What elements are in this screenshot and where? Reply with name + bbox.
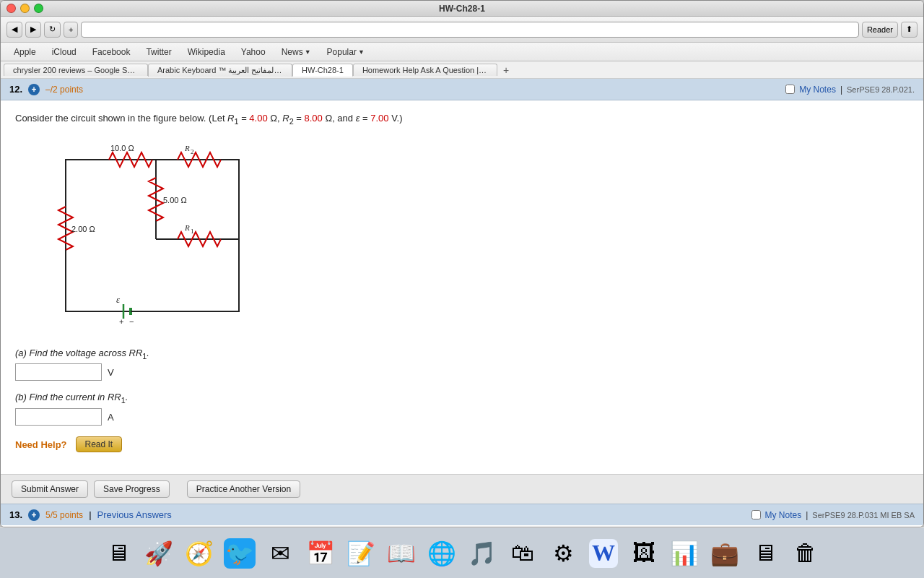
dock-mail[interactable]: ✉ bbox=[261, 535, 299, 572]
main-content: 12. + –/2 points My Notes | SerPSE9 28.P… bbox=[1, 79, 923, 527]
notes-separator: | bbox=[840, 85, 842, 95]
nav-yahoo[interactable]: Yahoo bbox=[234, 46, 273, 59]
window-title: HW-Ch28-1 bbox=[439, 4, 485, 14]
browser-toolbar: ◀ ▶ ↻ + www.webassign.net/web/Student/As… bbox=[1, 17, 923, 43]
dock-excel[interactable]: 📊 bbox=[666, 535, 703, 572]
q13-points: 5/5 points bbox=[45, 510, 83, 520]
submit-answer-button[interactable]: Submit Answer bbox=[12, 480, 88, 498]
read-it-button[interactable]: Read It bbox=[76, 436, 123, 452]
nav-apple[interactable]: Apple bbox=[6, 46, 43, 59]
q13-separator: | bbox=[89, 509, 91, 520]
url-bar[interactable]: www.webassign.net/web/Student/Assignment… bbox=[81, 22, 858, 38]
part-a-unit: V bbox=[108, 367, 114, 378]
svg-text:R: R bbox=[184, 223, 190, 232]
svg-text:5.00 Ω: 5.00 Ω bbox=[163, 196, 187, 204]
dock-trash[interactable]: 🗑 bbox=[787, 535, 824, 572]
dock-safari[interactable]: 🧭 bbox=[180, 535, 218, 572]
minimize-button[interactable] bbox=[20, 4, 30, 13]
forward-button[interactable]: ▶ bbox=[25, 22, 41, 38]
dock-finder[interactable]: 🖥 bbox=[100, 535, 137, 572]
tab-google[interactable]: chrysler 200 reviews – Google Search bbox=[4, 64, 148, 76]
news-dropdown-arrow: ▼ bbox=[305, 48, 311, 56]
dock-calendar[interactable]: 📅 bbox=[302, 535, 339, 572]
save-progress-button[interactable]: Save Progress bbox=[94, 480, 170, 498]
problem-statement: Consider the circuit shown in the figure… bbox=[15, 111, 909, 127]
nav-news[interactable]: News ▼ bbox=[274, 46, 318, 59]
my-notes-checkbox[interactable] bbox=[785, 85, 795, 94]
q13-number: 13. bbox=[9, 509, 22, 520]
dock-twitter[interactable]: 🐦 bbox=[221, 535, 258, 572]
part-b-input[interactable] bbox=[15, 408, 102, 426]
circuit-diagram: 10.0 Ω 5.00 Ω 2.00 Ω R 2 bbox=[44, 138, 275, 340]
q13-plus-icon: + bbox=[28, 509, 40, 521]
practice-another-button[interactable]: Practice Another Version bbox=[187, 480, 300, 498]
svg-text:10.0 Ω: 10.0 Ω bbox=[110, 144, 134, 152]
tab-arabic[interactable]: Arabic Keyboard ™ لوحة المفاتيح العربية bbox=[148, 64, 292, 77]
svg-text:2.00 Ω: 2.00 Ω bbox=[71, 225, 95, 233]
svg-text:ε: ε bbox=[116, 294, 121, 305]
need-help-label: Need Help? bbox=[15, 439, 67, 450]
q13-notes-separator: | bbox=[806, 510, 808, 520]
popular-dropdown-arrow: ▼ bbox=[358, 48, 365, 56]
part-b-unit: A bbox=[108, 412, 114, 423]
dock-settings[interactable]: ⚙ bbox=[544, 535, 582, 572]
q13-prev-answers[interactable]: Previous Answers bbox=[97, 509, 172, 520]
reader-button[interactable]: Reader bbox=[862, 22, 898, 38]
svg-text:R: R bbox=[184, 144, 190, 152]
browser-window: HW-Ch28-1 ◀ ▶ ↻ + www.webassign.net/web/… bbox=[0, 0, 924, 527]
q13-my-notes-link[interactable]: My Notes bbox=[765, 510, 802, 520]
nav-popular[interactable]: Popular ▼ bbox=[320, 46, 372, 59]
svg-text:−: − bbox=[129, 317, 134, 326]
window-controls bbox=[6, 4, 43, 13]
tabs-bar: chrysler 200 reviews – Google Search Ara… bbox=[1, 61, 923, 79]
maximize-button[interactable] bbox=[34, 4, 43, 13]
back-button[interactable]: ◀ bbox=[6, 22, 22, 38]
dock-books[interactable]: 📖 bbox=[383, 535, 420, 572]
dock-network[interactable]: 🌐 bbox=[423, 535, 461, 572]
ser-code: SerPSE9 28.P.021. bbox=[847, 85, 915, 94]
dock-monitor[interactable]: 🖥 bbox=[746, 535, 784, 572]
dock-launchpad[interactable]: 🚀 bbox=[140, 535, 178, 572]
part-a-answer-row: V bbox=[15, 363, 909, 381]
q13-my-notes-checkbox[interactable] bbox=[751, 510, 761, 519]
q13-notes-area: My Notes | SerPSE9 28.P.031 MI EB SA bbox=[751, 510, 915, 520]
nav-twitter[interactable]: Twitter bbox=[139, 46, 178, 59]
question-13-header: 13. + 5/5 points | Previous Answers My N… bbox=[1, 504, 923, 525]
share-button[interactable]: ⬆ bbox=[901, 22, 918, 38]
new-tab-button[interactable]: + bbox=[64, 22, 78, 38]
title-bar: HW-Ch28-1 bbox=[1, 1, 923, 17]
part-b-answer-row: A bbox=[15, 408, 909, 426]
reload-button[interactable]: ↻ bbox=[44, 22, 61, 38]
tab-hw[interactable]: HW-Ch28-1 bbox=[292, 64, 353, 77]
notes-area: My Notes | SerPSE9 28.P.021. bbox=[785, 85, 915, 95]
svg-text:+: + bbox=[119, 317, 123, 326]
close-button[interactable] bbox=[6, 4, 16, 13]
navigation-bar: Apple iCloud Facebook Twitter Wikipedia … bbox=[1, 43, 923, 61]
tab-chegg[interactable]: Homework Help Ask A Question | Chegg.com bbox=[353, 64, 497, 76]
new-tab-plus[interactable]: + bbox=[497, 63, 515, 77]
dock: 🖥 🚀 🧭 🐦 ✉ 📅 📝 📖 🌐 🎵 🛍 ⚙ W 🖼 📊 💼 bbox=[0, 527, 924, 578]
bottom-buttons: Submit Answer Save Progress Practice Ano… bbox=[1, 474, 923, 504]
nav-facebook[interactable]: Facebook bbox=[85, 46, 138, 59]
my-notes-link[interactable]: My Notes bbox=[799, 85, 836, 95]
points-display: –/2 points bbox=[45, 85, 83, 95]
part-b-label: (b) Find the current in RR1. bbox=[15, 392, 909, 405]
dock-preview[interactable]: 💼 bbox=[706, 535, 744, 572]
part-a-label: (a) Find the voltage across RR1. bbox=[15, 348, 909, 361]
question-number: 12. bbox=[9, 84, 22, 95]
dock-notes[interactable]: 📝 bbox=[342, 535, 380, 572]
dock-photos[interactable]: 🖼 bbox=[625, 535, 663, 572]
svg-text:1: 1 bbox=[191, 228, 194, 235]
plus-icon: + bbox=[28, 84, 40, 95]
svg-text:2: 2 bbox=[191, 148, 194, 155]
dock-appstore[interactable]: 🛍 bbox=[504, 535, 541, 572]
need-help-section: Need Help? Read It bbox=[15, 436, 909, 452]
part-a-input[interactable] bbox=[15, 363, 102, 381]
dock-music[interactable]: 🎵 bbox=[463, 535, 501, 572]
q13-ser-code: SerPSE9 28.P.031 MI EB SA bbox=[812, 511, 915, 519]
nav-icloud[interactable]: iCloud bbox=[45, 46, 84, 59]
dock-word[interactable]: W bbox=[585, 535, 622, 572]
question-body: Consider the circuit shown in the figure… bbox=[1, 100, 923, 474]
question-12-header: 12. + –/2 points My Notes | SerPSE9 28.P… bbox=[1, 79, 923, 100]
nav-wikipedia[interactable]: Wikipedia bbox=[180, 46, 232, 59]
